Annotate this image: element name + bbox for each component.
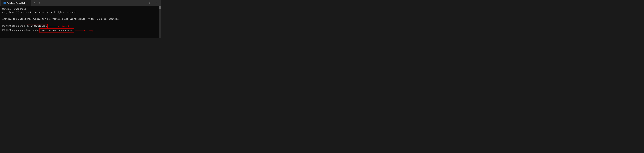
command-line-1: PS C:\Users\derek> cd .\Downloads\ Step … (2, 24, 159, 28)
svg-marker-1 (58, 26, 59, 27)
dropdown-button[interactable]: ∨ (37, 1, 41, 5)
minimize-button[interactable]: — (140, 0, 146, 6)
prompt-2: PS C:\Users\derek\Downloads> (2, 29, 39, 32)
scrollbar-thumb[interactable] (159, 6, 161, 9)
powershell-window: ❯ Windows PowerShell × + ∨ — □ ✕ Windows… (0, 0, 161, 38)
command-highlight-1: cd .\Downloads\ (26, 24, 48, 28)
arrow-2 (74, 29, 86, 32)
prompt-1: PS C:\Users\derek> (2, 24, 26, 28)
new-tab-button[interactable]: + (32, 1, 36, 5)
command-highlight-2: java -jar mediconnect.jar (39, 28, 74, 32)
step-5-label: Step 5 (88, 29, 95, 32)
close-button[interactable]: ✕ (153, 0, 160, 6)
terminal-content: Windows PowerShell Copyright (C) Microso… (0, 6, 161, 38)
arrow-1 (48, 25, 59, 28)
active-tab[interactable]: ❯ Windows PowerShell × (1, 0, 31, 6)
window-controls: — □ ✕ (140, 0, 160, 6)
scrollbar[interactable] (159, 6, 161, 38)
header-line-2: Copyright (C) Microsoft Corporation. All… (2, 11, 159, 14)
titlebar: ❯ Windows PowerShell × + ∨ — □ ✕ (0, 0, 161, 6)
powershell-icon: ❯ (4, 2, 6, 4)
tab-close-button[interactable]: × (26, 2, 29, 4)
tab-label: Windows PowerShell (7, 2, 25, 4)
header-line-1: Windows PowerShell (2, 8, 159, 11)
empty-line-2 (2, 21, 159, 24)
empty-line-1 (2, 14, 159, 18)
svg-marker-3 (84, 30, 86, 31)
command-line-2: PS C:\Users\derek\Downloads> java -jar m… (2, 28, 159, 32)
titlebar-actions: + ∨ (32, 1, 41, 5)
step-4-label: Step 4 (62, 24, 69, 28)
maximize-button[interactable]: □ (146, 0, 153, 6)
install-line: Install the latest PowerShell for new fe… (2, 18, 159, 21)
